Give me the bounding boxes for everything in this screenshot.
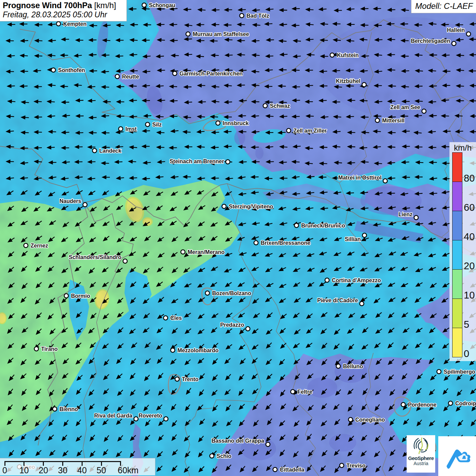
city-marker-meran-merano [181, 250, 185, 254]
city-marker-zell-am-ziller [287, 129, 291, 133]
legend-tick-60: 60 [464, 203, 475, 213]
city-brixen-bressanone: Brixen/Bressanone [254, 240, 310, 246]
city-marker-bormio [64, 294, 68, 298]
city-marker-pieve-di-cadore [360, 302, 364, 306]
city-meran-merano: Meran/Merano [181, 249, 225, 255]
city-label-kufstein: Kufstein [337, 52, 359, 58]
city-sterzing-vipiteno: Sterzing/Vipiteno [222, 204, 273, 209]
city-label-kitzb-hel: Kitzbühel [336, 78, 360, 84]
city-marker-conegliano [348, 418, 353, 422]
city-marker-treviso [340, 463, 344, 468]
city-label-reutte: Reutte [122, 74, 139, 80]
city-label-tirano: Tirano [41, 346, 58, 352]
city-marker-predazzo [246, 327, 250, 331]
city-marker-mittersill [375, 118, 379, 122]
city-marker-silz [146, 122, 150, 126]
city-label-pordenone: Pordenone [408, 402, 437, 408]
scale-tick-60km [120, 461, 121, 466]
legend-unit-label: km/h [449, 143, 476, 153]
city-marker-landeck [92, 149, 97, 153]
city-marker-berchtesgaden [452, 41, 456, 46]
city-marker-kempten [56, 22, 61, 26]
city-marker-kitzb-hel [362, 83, 366, 87]
city-label-schongau: Schongau [149, 2, 175, 8]
city-mezzolombardo: Mezzolombardo [171, 347, 219, 353]
legend-swatch-10 [452, 269, 462, 299]
map-scale-bar: 0102030405060km [0, 458, 155, 475]
city-label-imst: Imst [125, 126, 137, 132]
legend-tick-5: 5 [464, 320, 469, 329]
city-feltre: Feltre [291, 389, 312, 395]
legend-swatch-5 [452, 299, 462, 328]
city-bozen-bolzano: Bozen/Bolzano [205, 290, 251, 296]
city-marker-riva-del-garda [134, 417, 138, 421]
model-box: Modell: C-LAEF [411, 0, 476, 13]
city-marker-zernez [24, 243, 28, 248]
city-label-sterzing-vipiteno: Sterzing/Vipiteno [229, 204, 273, 209]
scale-tick-30 [62, 461, 63, 466]
city-cortina-d-ampezzo: Cortina d'Ampezzo [325, 277, 381, 283]
city-label-spilimbergo: Spilimbergo [444, 369, 475, 375]
scale-tick-10 [23, 461, 24, 466]
city-murnau-am-staffelsee: Murnau am Staffelsee [186, 31, 249, 37]
city-marker-zell-am-see [422, 109, 426, 113]
mountain-cloud-logo [438, 436, 476, 476]
legend-tick-10: 10 [464, 290, 475, 300]
city-label-innsbruck: Innsbruck [223, 120, 249, 126]
city-marker-innsbruck [216, 121, 220, 125]
city-label-bad-t-lz: Bad Tölz [247, 13, 269, 19]
city-label-cortina-d-ampezzo: Cortina d'Ampezzo [332, 277, 381, 283]
weather-map: SchongauBad TölzKemptenMurnau am Staffel… [0, 0, 476, 476]
city-label-feltre: Feltre [298, 389, 312, 395]
city-label-zernez: Zernez [31, 243, 48, 249]
city-marker-murnau-am-staffelsee [186, 32, 190, 36]
city-marker-codroipo [448, 401, 453, 405]
city-marker-sterzing-vipiteno [222, 204, 226, 208]
city-marker-feltre [291, 390, 295, 394]
city-label-treviso: Treviso [346, 463, 366, 469]
city-steinach-am-brenner: Steinach am Brenner [170, 158, 230, 164]
city-silz: Silz [146, 122, 162, 128]
city-marker-tirano [34, 347, 38, 351]
city-label-murnau-am-staffelsee: Murnau am Staffelsee [193, 31, 249, 37]
city-label-bormio: Bormio [71, 293, 90, 299]
city-marker-steinach-am-brenner [226, 160, 230, 164]
city-label-bienno: Bienno [60, 406, 78, 412]
legend-swatch-20 [452, 240, 462, 270]
title-unit: [km/h] [94, 1, 116, 10]
city-label-zell-am-ziller: Zell am Ziller [293, 128, 327, 134]
scale-label-10: 10 [19, 465, 29, 475]
geosphere-logo: GeoSphere Austria [407, 435, 435, 473]
city-bruneck-brunico: Bruneck/Brunico [294, 223, 345, 228]
wind-speed-legend: km/h 806040201050 [449, 142, 476, 361]
city-label-schlanders-silandro: Schlanders/Silandro [69, 254, 121, 260]
city-marker-schongau [142, 3, 146, 7]
legend-swatch-40 [452, 211, 462, 240]
city-marker-hallein [466, 32, 471, 36]
city-label-hallein: Hallein [447, 27, 465, 33]
city-marker-sillian [362, 233, 367, 237]
city-marker-schlanders-silandro [123, 259, 127, 263]
city-marker-mezzolombardo [171, 348, 175, 352]
city-label-mezzolombardo: Mezzolombardo [177, 347, 219, 353]
city-marker-bruneck-brunico [294, 223, 299, 227]
scale-tick-40 [82, 461, 83, 466]
city-label-lienz: Lienz [398, 211, 412, 217]
legend-tick-80: 80 [464, 173, 475, 183]
scale-tick-0 [4, 461, 5, 466]
forecast-datetime: Freitag, 28.03.2025 05:00 Uhr [3, 10, 124, 19]
city-marker-cittadella [273, 468, 277, 472]
city-garmisch-partenkirchen: Garmisch-Partenkirchen [173, 71, 243, 76]
scale-label-40: 40 [77, 465, 87, 475]
city-cles: Cles [164, 315, 182, 321]
scale-tick-20 [43, 461, 44, 466]
scale-tick-50 [101, 461, 102, 466]
city-marker-cortina-d-ampezzo [325, 278, 329, 282]
city-marker-schio [210, 454, 214, 458]
city-marker-sonthofen [51, 68, 55, 72]
city-imst: Imst [119, 126, 137, 132]
city-label-steinach-am-brenner: Steinach am Brenner [170, 158, 224, 164]
legend-tick-40: 40 [464, 232, 475, 242]
city-marker-schwaz [263, 104, 267, 108]
city-marker-imst [119, 127, 123, 131]
